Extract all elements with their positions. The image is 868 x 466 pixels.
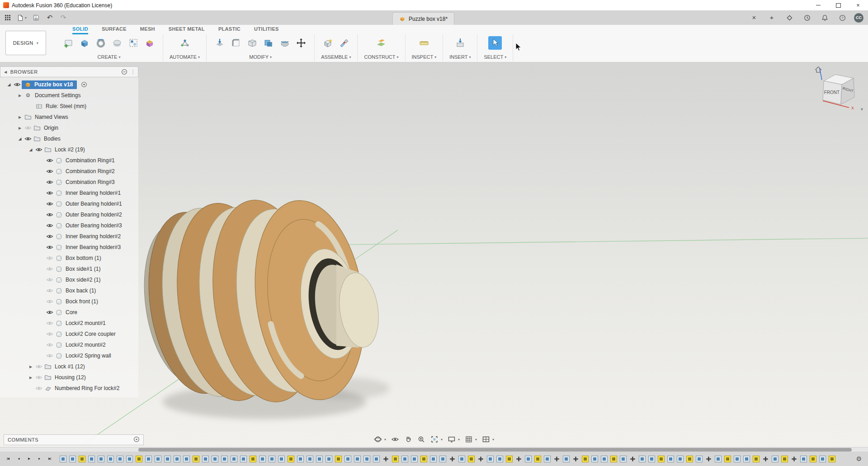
- timeline-feature-highlighted-icon[interactable]: [250, 456, 256, 462]
- timeline-feature-icon[interactable]: [307, 456, 313, 462]
- expand-arrow-icon[interactable]: ◢: [5, 82, 13, 87]
- timeline-feature-icon[interactable]: [344, 456, 351, 462]
- expand-arrow-icon[interactable]: ◢: [27, 147, 34, 152]
- visibility-eye-icon[interactable]: [45, 331, 54, 337]
- group-menu-automate[interactable]: AUTOMATE▾: [170, 54, 200, 60]
- timeline-feature-highlighted-icon[interactable]: [392, 456, 399, 462]
- visibility-eye-icon[interactable]: [34, 386, 43, 391]
- visibility-eye-icon[interactable]: [45, 353, 54, 358]
- group-menu-assemble[interactable]: ASSEMBLE▾: [321, 54, 351, 60]
- redo-button[interactable]: ↷: [57, 12, 69, 24]
- timeline-feature-highlighted-icon[interactable]: [658, 456, 665, 462]
- new-tab-button[interactable]: +: [766, 12, 778, 24]
- timeline-feature-highlighted-icon[interactable]: [193, 456, 199, 462]
- timeline-feature-icon[interactable]: [221, 456, 228, 462]
- visibility-eye-icon[interactable]: [45, 234, 54, 239]
- panel-drag-handle[interactable]: ⋮: [130, 69, 136, 75]
- timeline-feature-icon[interactable]: [620, 456, 627, 462]
- timeline-feature-icon[interactable]: [648, 456, 655, 462]
- expand-arrow-icon[interactable]: ▶: [16, 126, 24, 130]
- visibility-eye-icon[interactable]: [24, 136, 33, 141]
- visibility-eye-icon[interactable]: [45, 342, 54, 348]
- browser-row[interactable]: Lock#2 mount#2: [0, 339, 138, 350]
- timeline-move-feature-icon[interactable]: [791, 456, 797, 462]
- timeline-feature-icon[interactable]: [212, 456, 218, 462]
- browser-row[interactable]: Combination Ring#3: [0, 177, 138, 188]
- browser-row[interactable]: ▶Origin: [0, 122, 138, 133]
- timeline-feature-icon[interactable]: [819, 456, 826, 462]
- tool-move-icon[interactable]: [294, 36, 308, 50]
- browser-row[interactable]: Combination Ring#2: [0, 166, 138, 177]
- orbit-button[interactable]: ▾: [373, 434, 387, 445]
- timeline-move-feature-icon[interactable]: [553, 456, 560, 462]
- timeline-feature-icon[interactable]: [800, 456, 807, 462]
- visibility-eye-icon[interactable]: [45, 158, 54, 163]
- close-tab-button[interactable]: ×: [748, 12, 760, 24]
- tab-utilities[interactable]: UTILITIES: [254, 26, 279, 34]
- visibility-eye-icon[interactable]: [45, 201, 54, 207]
- visibility-eye-icon[interactable]: [34, 375, 43, 380]
- tab-plastic[interactable]: PLASTIC: [218, 26, 241, 34]
- tool-press-pull-icon[interactable]: [213, 36, 226, 50]
- timeline-feature-icon[interactable]: [98, 456, 104, 462]
- timeline-move-feature-icon[interactable]: [515, 456, 522, 462]
- timeline-feature-highlighted-icon[interactable]: [610, 456, 617, 462]
- timeline-move-feature-icon[interactable]: [449, 456, 456, 462]
- browser-row[interactable]: Inner Bearing holder#2: [0, 231, 138, 242]
- document-tab[interactable]: Puzzle box v18*: [392, 12, 454, 25]
- timeline-feature-icon[interactable]: [601, 456, 608, 462]
- expand-arrow-icon[interactable]: ◢: [16, 137, 24, 141]
- browser-row[interactable]: Combination Ring#1: [0, 155, 138, 166]
- tool-fillet-icon[interactable]: [229, 36, 243, 50]
- timeline-feature-highlighted-icon[interactable]: [781, 456, 788, 462]
- save-button[interactable]: [30, 12, 42, 24]
- visibility-eye-icon[interactable]: [45, 288, 54, 293]
- timeline-feature-icon[interactable]: [145, 456, 152, 462]
- tool-split-icon[interactable]: [278, 36, 292, 50]
- tool-pattern-icon[interactable]: [127, 36, 140, 50]
- tool-shell-icon[interactable]: [245, 36, 259, 50]
- group-menu-create[interactable]: CREATE▾: [98, 54, 121, 60]
- timeline-feature-icon[interactable]: [155, 456, 161, 462]
- viewport[interactable]: FRONT RIGHT X ▼ ◀ BROWSER ⋮ ◢Puzzle box …: [0, 62, 868, 447]
- visibility-eye-icon[interactable]: [45, 299, 54, 304]
- browser-header[interactable]: ◀ BROWSER ⋮: [0, 66, 138, 77]
- timeline-feature-icon[interactable]: [525, 456, 532, 462]
- help-button[interactable]: ?: [836, 12, 848, 24]
- timeline-feature-icon[interactable]: [734, 456, 741, 462]
- group-menu-inspect[interactable]: INSPECT▾: [412, 54, 437, 60]
- undo-button[interactable]: ↶: [44, 12, 56, 24]
- job-status-button[interactable]: [801, 12, 813, 24]
- fit-button[interactable]: ▾: [429, 434, 444, 445]
- browser-row[interactable]: Inner Bearing holder#1: [0, 188, 138, 198]
- visibility-eye-icon[interactable]: [34, 147, 43, 152]
- expand-arrow-icon[interactable]: ▶: [16, 94, 24, 98]
- timeline-feature-icon[interactable]: [591, 456, 598, 462]
- timeline-feature-highlighted-icon[interactable]: [79, 456, 85, 462]
- timeline-feature-highlighted-icon[interactable]: [136, 456, 142, 462]
- tool-sweep-icon[interactable]: [110, 36, 124, 50]
- expand-arrow-icon[interactable]: ▶: [27, 376, 34, 380]
- timeline-feature-icon[interactable]: [69, 456, 76, 462]
- group-menu-insert[interactable]: INSERT▾: [449, 54, 471, 60]
- timeline-feature-highlighted-icon[interactable]: [506, 456, 513, 462]
- timeline-feature-icon[interactable]: [60, 456, 66, 462]
- visibility-eye-icon[interactable]: [45, 245, 54, 250]
- timeline-feature-highlighted-icon[interactable]: [810, 456, 816, 462]
- timeline-feature-icon[interactable]: [411, 456, 418, 462]
- timeline-feature-icon[interactable]: [487, 456, 494, 462]
- browser-row[interactable]: Inner Bearing holder#3: [0, 242, 138, 253]
- skip-end-button[interactable]: [45, 454, 54, 463]
- look-at-button[interactable]: [390, 434, 401, 445]
- visibility-eye-icon[interactable]: [45, 266, 54, 272]
- tool-automate-icon[interactable]: [178, 36, 192, 50]
- timeline-move-feature-icon[interactable]: [705, 456, 712, 462]
- timeline-feature-icon[interactable]: [117, 456, 123, 462]
- timeline-feature-icon[interactable]: [563, 456, 570, 462]
- visibility-eye-icon[interactable]: [45, 169, 54, 174]
- timeline-move-feature-icon[interactable]: [572, 456, 579, 462]
- viewports-button[interactable]: ▾: [481, 434, 495, 445]
- visibility-eye-icon[interactable]: [45, 255, 54, 261]
- timeline-feature-icon[interactable]: [696, 456, 703, 462]
- profile-badge[interactable]: CC: [854, 13, 863, 23]
